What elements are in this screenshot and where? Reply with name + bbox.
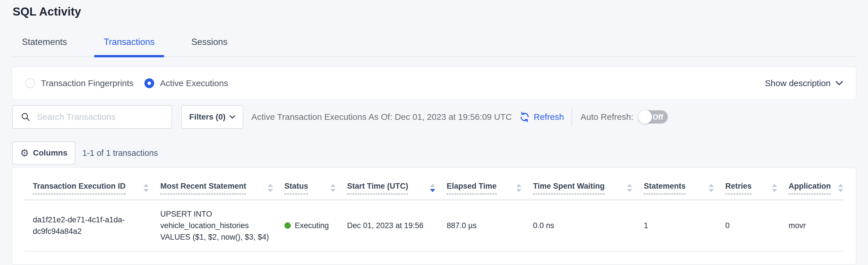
tab-sessions[interactable]: Sessions	[182, 36, 237, 56]
search-icon	[21, 112, 30, 122]
show-description-label: Show description	[765, 78, 831, 88]
vertical-divider	[571, 108, 572, 126]
cell-status: Executing	[284, 200, 347, 251]
toggle-knob	[638, 110, 652, 124]
column-header-time-spent-waiting[interactable]: Time Spent Waiting	[533, 168, 644, 200]
sort-arrows-icon	[331, 184, 336, 192]
column-header-transaction-execution-id[interactable]: Transaction Execution ID	[25, 168, 160, 200]
sql-activity-page: SQL Activity Statements Transactions Ses…	[0, 0, 868, 265]
cell-transaction-execution-id: da1f21e2-de71-4c1f-a1da-dc9fc94a84a2	[25, 200, 160, 251]
radio-active-executions[interactable]: Active Executions	[144, 78, 228, 88]
as-of-text: Active Transaction Executions As Of: Dec…	[251, 112, 512, 122]
columns-button[interactable]: ⚙ Columns	[12, 141, 75, 164]
column-header-elapsed-time[interactable]: Elapsed Time	[447, 168, 533, 200]
cell-elapsed-time: 887.0 µs	[447, 200, 533, 251]
page-title: SQL Activity	[0, 0, 868, 18]
status-executing-dot-icon	[284, 222, 291, 229]
gear-icon: ⚙	[20, 148, 29, 158]
radio-label: Transaction Fingerprints	[41, 78, 133, 88]
controls-row: Filters (0) Active Transaction Execution…	[12, 105, 856, 129]
column-header-start-time[interactable]: Start Time (UTC)	[347, 168, 447, 200]
auto-refresh-toggle[interactable]: Off	[639, 110, 668, 124]
radio-selected-icon	[144, 78, 154, 88]
sort-arrows-icon	[144, 184, 149, 192]
result-count: 1-1 of 1 transactions	[82, 148, 158, 158]
filters-button[interactable]: Filters (0)	[181, 105, 243, 129]
search-input[interactable]	[37, 112, 166, 122]
column-header-status[interactable]: Status	[284, 168, 347, 200]
search-box	[12, 105, 172, 129]
column-header-most-recent-statement[interactable]: Most Recent Statement	[160, 168, 284, 200]
transactions-table: Transaction Execution ID Most Recent Sta…	[25, 168, 843, 251]
radio-label: Active Executions	[160, 78, 228, 88]
chevron-down-icon	[229, 115, 235, 119]
show-description-toggle[interactable]: Show description	[765, 78, 843, 88]
view-options-card: Transaction Fingerprints Active Executio…	[12, 67, 856, 99]
radio-transaction-fingerprints[interactable]: Transaction Fingerprints	[25, 78, 133, 88]
sort-arrows-icon	[268, 184, 273, 192]
cell-start-time: Dec 01, 2023 at 19:56	[347, 200, 447, 251]
radio-unselected-icon	[25, 78, 35, 88]
column-header-statements[interactable]: Statements	[644, 168, 725, 200]
sort-arrows-icon	[838, 184, 843, 192]
refresh-button[interactable]: Refresh	[519, 111, 564, 123]
table-toolbar: ⚙ Columns 1-1 of 1 transactions	[12, 141, 856, 164]
cell-time-spent-waiting: 0.0 ns	[533, 200, 644, 251]
auto-refresh-label: Auto Refresh:	[581, 112, 633, 122]
filters-label: Filters (0)	[189, 112, 225, 122]
cell-most-recent-statement: UPSERT INTO vehicle_location_histories V…	[160, 200, 284, 251]
transactions-table-card: Transaction Execution ID Most Recent Sta…	[12, 168, 856, 264]
table-row: da1f21e2-de71-4c1f-a1da-dc9fc94a84a2 UPS…	[25, 200, 843, 251]
tab-statements[interactable]: Statements	[12, 36, 77, 56]
cell-statements: 1	[644, 200, 725, 251]
refresh-label: Refresh	[534, 112, 564, 122]
sort-arrows-icon	[516, 184, 521, 192]
toggle-state-label: Off	[652, 113, 668, 122]
status-label: Executing	[295, 220, 329, 231]
columns-button-label: Columns	[33, 148, 67, 158]
sort-arrows-icon-active-desc	[430, 184, 435, 192]
chevron-down-icon	[835, 81, 843, 86]
table-header-row: Transaction Execution ID Most Recent Sta…	[25, 168, 843, 200]
column-header-retries[interactable]: Retries	[725, 168, 788, 200]
sort-arrows-icon	[627, 184, 632, 192]
column-header-application[interactable]: Application	[788, 168, 843, 200]
sort-arrows-icon	[709, 184, 714, 192]
tab-bar: Statements Transactions Sessions	[12, 36, 856, 57]
refresh-icon	[519, 111, 530, 123]
cell-application: movr	[788, 200, 843, 251]
cell-retries: 0	[725, 200, 788, 251]
sort-arrows-icon	[772, 184, 777, 192]
tab-transactions[interactable]: Transactions	[94, 36, 164, 56]
